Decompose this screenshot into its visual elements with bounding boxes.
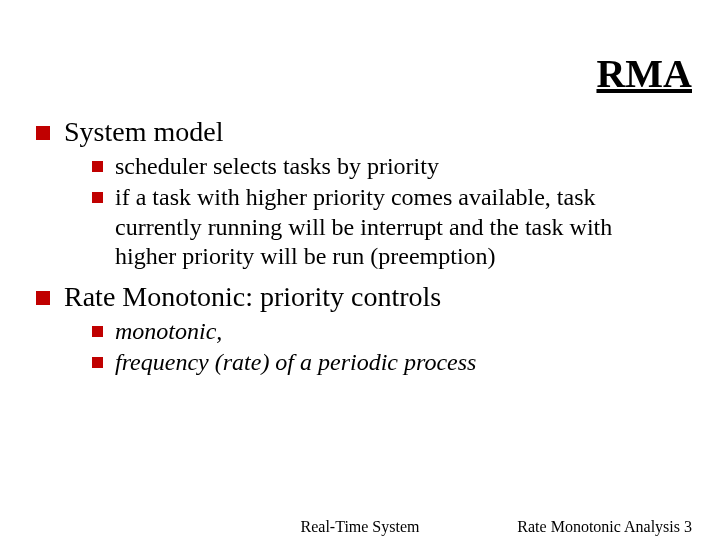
- slide-body: System model scheduler selects tasks by …: [36, 110, 684, 388]
- bullet-text: if a task with higher priority comes ava…: [115, 183, 675, 271]
- bullet-lvl1: Rate Monotonic: priority controls: [36, 281, 684, 313]
- bullet-text: monotonic,: [115, 317, 222, 346]
- bullet-text: frequency (rate) of a periodic process: [115, 348, 476, 377]
- bullet-lvl2: scheduler selects tasks by priority: [92, 152, 684, 181]
- square-bullet-icon: [36, 291, 50, 305]
- square-bullet-icon: [92, 192, 103, 203]
- slide-number: 3: [684, 518, 692, 535]
- bullet-lvl2: if a task with higher priority comes ava…: [92, 183, 684, 271]
- bullet-text: System model: [64, 116, 223, 148]
- bullet-lvl2: monotonic,: [92, 317, 684, 346]
- bullet-text: scheduler selects tasks by priority: [115, 152, 439, 181]
- bullet-text: Rate Monotonic: priority controls: [64, 281, 441, 313]
- bullet-lvl2-group: scheduler selects tasks by priority if a…: [92, 152, 684, 271]
- square-bullet-icon: [36, 126, 50, 140]
- footer-right: Rate Monotonic Analysis 3: [517, 518, 692, 536]
- bullet-lvl1: System model: [36, 116, 684, 148]
- footer-right-label: Rate Monotonic Analysis: [517, 518, 680, 535]
- square-bullet-icon: [92, 357, 103, 368]
- slide: RMA System model scheduler selects tasks…: [0, 0, 720, 540]
- square-bullet-icon: [92, 326, 103, 337]
- bullet-lvl2-group: monotonic, frequency (rate) of a periodi…: [92, 317, 684, 378]
- square-bullet-icon: [92, 161, 103, 172]
- bullet-lvl2: frequency (rate) of a periodic process: [92, 348, 684, 377]
- slide-title: RMA: [596, 50, 692, 97]
